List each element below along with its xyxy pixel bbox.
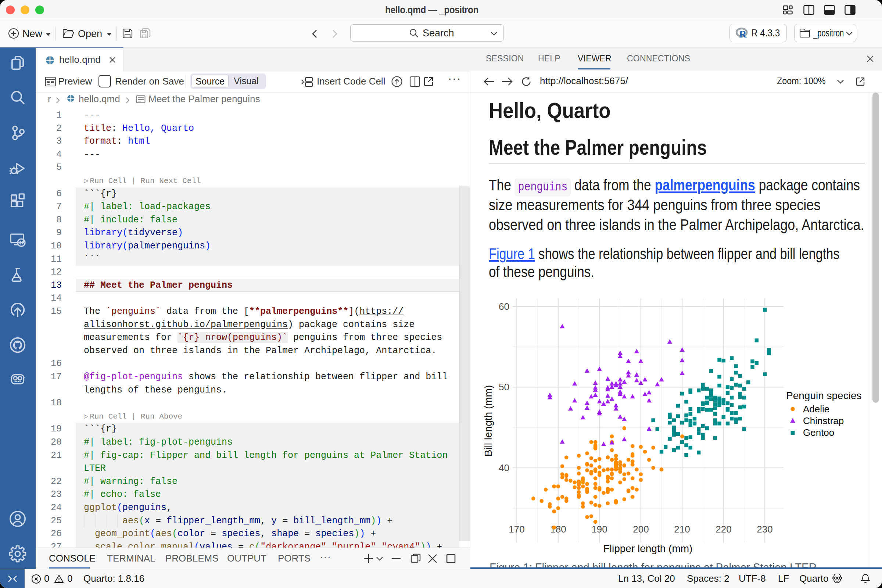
svg-text:170: 170: [508, 524, 524, 535]
svg-text:Chinstrap: Chinstrap: [803, 415, 844, 426]
svg-text:230: 230: [757, 524, 772, 535]
svg-text:220: 220: [716, 524, 731, 535]
svg-text:60: 60: [499, 301, 509, 312]
svg-text:Gentoo: Gentoo: [803, 427, 834, 438]
svg-text:Penguin species: Penguin species: [786, 390, 861, 401]
svg-text:190: 190: [591, 524, 607, 535]
svg-text:Adelie: Adelie: [803, 404, 830, 414]
svg-text:R: R: [739, 28, 747, 39]
svg-text:Flipper length (mm): Flipper length (mm): [603, 543, 693, 554]
svg-text:40: 40: [499, 462, 509, 473]
svg-text:210: 210: [674, 524, 690, 535]
svg-text:200: 200: [633, 524, 649, 535]
svg-text:50: 50: [499, 381, 509, 393]
svg-text:Bill length (mm): Bill length (mm): [483, 385, 494, 456]
svg-text:180: 180: [550, 524, 566, 535]
